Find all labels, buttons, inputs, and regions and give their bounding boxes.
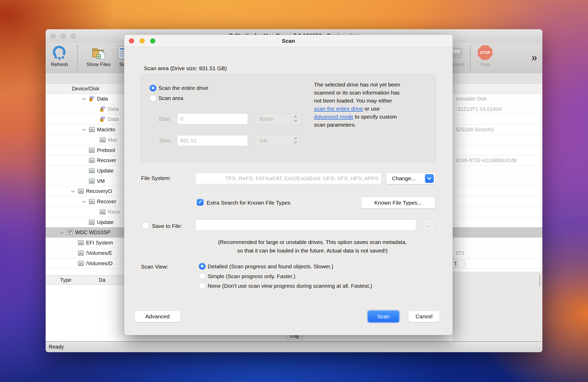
desktop-wallpaper: R-Studio for Mac Demo 7.3.191350 - Devic… xyxy=(0,0,588,382)
chevron-expanded-icon[interactable] xyxy=(71,189,75,194)
bottom-column-type[interactable]: Type xyxy=(46,275,86,285)
start-unit-select[interactable]: Bytes xyxy=(255,113,300,124)
disk-volume-icon xyxy=(88,167,95,174)
device-row-label: Data xyxy=(97,94,108,104)
extra-search-checkbox[interactable]: ✓ xyxy=(197,199,204,206)
radio-scan-area[interactable] xyxy=(150,95,156,102)
save-to-file-label[interactable]: Save to File: xyxy=(152,223,182,229)
device-row-label: Macinto xyxy=(97,125,115,135)
scan-info-text: The selected drive has not yet been scan… xyxy=(314,81,438,129)
scan-area-section-label: Scan area (Drive size: 931.51 GB) xyxy=(144,65,227,71)
disk-volume-icon xyxy=(88,177,95,185)
smart-button-fragment[interactable]: T. xyxy=(453,260,465,268)
device-row-label: VM xyxy=(97,176,105,186)
scan-view-option-label[interactable]: Simple (Scan progress only. Faster.) xyxy=(208,273,295,279)
stop-icon: STOP xyxy=(473,45,497,61)
change-button[interactable]: Change... xyxy=(386,173,435,184)
dialog-titlebar[interactable]: Scan xyxy=(124,35,453,47)
chevron-down-icon xyxy=(425,174,434,183)
device-column-fragment: 4165-9732-e216883c41d9 xyxy=(456,155,517,165)
device-row-label: /Volumes/E xyxy=(86,248,112,258)
device-row-label: Preboot xyxy=(97,145,115,155)
device-row-label: Update xyxy=(97,217,114,227)
disk-volume-icon xyxy=(88,157,95,164)
size-unit-select[interactable]: GB xyxy=(255,135,300,146)
known-file-types-button[interactable]: Known File Types... xyxy=(361,197,435,208)
scan-view-radio[interactable] xyxy=(199,282,206,289)
encrypted-volume-icon xyxy=(88,95,95,102)
disk-volume-icon xyxy=(77,188,85,195)
cancel-button[interactable]: Cancel xyxy=(408,311,440,322)
usb-drive-icon xyxy=(66,229,74,236)
disk-volume-icon xyxy=(77,260,85,267)
chevron-expanded-icon[interactable] xyxy=(60,230,64,235)
refresh-icon xyxy=(48,45,71,61)
save-note-text: (Recommended for large or unstable drive… xyxy=(186,238,438,255)
scan-dialog: Scan Scan area (Drive size: 931.51 GB) S… xyxy=(124,35,453,335)
disk-volume-icon xyxy=(99,136,106,143)
encrypted-volume-icon xyxy=(99,105,106,113)
bottom-column-date[interactable]: Da xyxy=(99,275,106,285)
device-row-label: WDC WD10SP xyxy=(75,227,110,237)
disk-volume-icon xyxy=(77,239,85,246)
save-to-file-input[interactable] xyxy=(195,219,416,231)
device-row-label: Data xyxy=(108,104,119,114)
link-scan-entire-drive[interactable]: scan the entire drive xyxy=(314,106,363,112)
toolbar-separator xyxy=(77,46,78,70)
device-column-fragment: 0T1 xyxy=(456,248,465,258)
toolbar-refresh-label: Refresh xyxy=(48,62,71,67)
device-column-fragment: 525168 Sectors) xyxy=(456,125,494,135)
scan-view-radio[interactable] xyxy=(199,273,206,279)
save-to-file-checkbox[interactable] xyxy=(142,222,149,229)
browse-button[interactable]: ... xyxy=(422,219,435,231)
file-system-label: File System: xyxy=(141,175,171,181)
scan-area-groupbox: Scan the entire drive Scan area Start: 0… xyxy=(141,74,436,162)
size-unit-value: GB xyxy=(260,138,267,143)
device-row-label: /Volumes/D xyxy=(86,258,113,269)
toolbar-show-files-button[interactable]: Show Files xyxy=(84,45,113,67)
disk-volume-icon xyxy=(88,147,95,154)
toolbar-overflow-button[interactable]: » xyxy=(531,52,537,63)
chevron-expanded-icon[interactable] xyxy=(81,199,86,204)
scan-button[interactable]: Scan xyxy=(368,311,399,322)
device-row-label: Recover xyxy=(97,155,116,165)
device-column-fragment: -22Z10T1 04.01A04 xyxy=(456,104,502,114)
link-advanced-mode[interactable]: Advanced mode xyxy=(314,114,353,120)
file-system-input[interactable]: TFS; ReFS; FAT/exFAT; Ext2/Ext3/Ext4; UF… xyxy=(195,173,381,184)
scan-view-option-label[interactable]: None (Don't use scan view progress durin… xyxy=(208,283,372,289)
show-files-icon xyxy=(84,45,113,61)
advanced-button[interactable]: Advanced xyxy=(135,311,180,322)
radio-scan-entire-drive[interactable] xyxy=(150,85,156,91)
change-button-label: Change... xyxy=(392,175,416,181)
device-row-label: Data xyxy=(108,114,119,124)
size-input[interactable]: 931.51 xyxy=(177,135,248,146)
disk-volume-icon xyxy=(77,249,85,257)
device-row-label: Recover xyxy=(97,197,116,207)
start-input[interactable]: 0 xyxy=(177,113,248,124)
start-label: Start: xyxy=(143,116,171,122)
scan-view-radio[interactable] xyxy=(199,263,206,270)
radio-scan-entire-drive-label[interactable]: Scan the entire drive xyxy=(158,85,208,91)
toolbar-stop-button[interactable]: STOP Stop xyxy=(473,45,497,67)
toolbar-show-files-label: Show Files xyxy=(84,62,113,67)
toolbar-refresh-button[interactable]: Refresh xyxy=(48,45,71,67)
chevron-expanded-icon[interactable] xyxy=(81,97,86,101)
disk-volume-icon xyxy=(99,208,106,215)
start-unit-value: Bytes xyxy=(260,116,273,122)
disk-volume-icon xyxy=(88,198,95,205)
device-row-label: RecoveryO xyxy=(86,186,112,196)
extra-search-label[interactable]: Extra Search for Known File Types xyxy=(207,200,290,206)
radio-scan-area-label[interactable]: Scan area xyxy=(158,95,183,101)
scan-view-option-label[interactable]: Detailed (Scan progress and found object… xyxy=(208,263,333,270)
dialog-title: Scan xyxy=(124,35,453,47)
size-label: Size: xyxy=(143,138,171,144)
device-row-label: Update xyxy=(97,166,114,176)
device-row-label: Mac xyxy=(108,135,118,145)
device-row-label: EFI System xyxy=(86,238,113,248)
device-column-fragment: movable Disk xyxy=(456,94,487,104)
toolbar-separator xyxy=(470,46,471,70)
device-row-label: Reco xyxy=(108,207,120,217)
stepper-chevrons-icon xyxy=(294,137,297,144)
scrollbar[interactable] xyxy=(539,275,540,287)
chevron-expanded-icon[interactable] xyxy=(81,127,86,132)
